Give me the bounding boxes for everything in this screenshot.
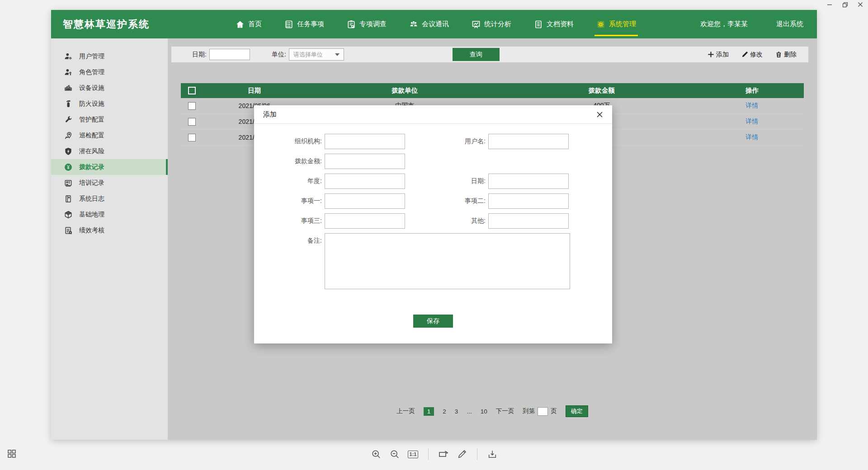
page-3-button[interactable]: 3 <box>455 408 458 415</box>
nav-label: 首页 <box>248 20 262 28</box>
tasks-icon <box>284 20 293 29</box>
goto-page: 到第 页 <box>523 407 557 416</box>
row-checkbox[interactable] <box>188 118 196 126</box>
goto-confirm-button[interactable]: 确定 <box>566 405 588 417</box>
sidebar-item-performance[interactable]: 绩效考核 <box>51 222 168 238</box>
nav-label: 系统管理 <box>609 20 636 28</box>
item3-input[interactable] <box>325 213 405 229</box>
sidebar-item-devices[interactable]: 设备设施 <box>51 80 168 96</box>
date-filter-input[interactable] <box>209 49 250 60</box>
date-label: 日期: <box>405 177 488 185</box>
modal-body: 组织机构: 用户名: 拨款金额: 年度: 日期: 事项一: <box>254 124 612 328</box>
one-to-one-label: 1:1 <box>408 451 419 458</box>
nav-label: 专项调查 <box>359 20 387 28</box>
cube-icon <box>64 210 73 219</box>
close-icon[interactable] <box>857 1 863 8</box>
item2-label: 事项二: <box>405 197 488 205</box>
chevron-down-icon <box>335 53 340 56</box>
sidebar-label: 角色管理 <box>79 68 104 76</box>
date-input[interactable] <box>488 174 569 189</box>
nav-label: 统计分析 <box>484 20 511 28</box>
sidebar-item-training[interactable]: 培训记录 <box>51 175 168 191</box>
nav-item-home[interactable]: 首页 <box>236 10 262 38</box>
page-10-button[interactable]: 10 <box>481 408 487 415</box>
item2-input[interactable] <box>488 193 569 209</box>
detail-link[interactable]: 详情 <box>700 102 804 110</box>
plus-icon <box>708 51 714 58</box>
query-button[interactable]: 查询 <box>453 48 500 61</box>
col-header-amount: 拨款金额 <box>503 86 700 95</box>
sidebar-item-logs[interactable]: 系统日志 <box>51 191 168 207</box>
app-window: 智慧林草巡护系统 首页 任务事项 专项调查 会议通讯 统计分析 <box>51 10 817 440</box>
nav-item-meeting[interactable]: 会议通讯 <box>409 10 449 38</box>
note-textarea[interactable] <box>325 233 570 289</box>
zoom-out-icon[interactable] <box>389 449 400 460</box>
minimize-icon[interactable] <box>826 1 833 8</box>
logout-button[interactable]: 退出系统 <box>773 20 803 28</box>
item1-label: 事项一: <box>254 197 325 205</box>
nav-item-stats[interactable]: 统计分析 <box>472 10 511 38</box>
other-input[interactable] <box>488 213 569 229</box>
sidebar-item-inspection[interactable]: 巡检配置 <box>51 127 168 143</box>
window-controls <box>826 1 863 8</box>
unit-select[interactable]: 请选择单位 <box>289 48 344 61</box>
year-input[interactable] <box>325 174 405 189</box>
docs-icon <box>534 20 543 29</box>
welcome-user[interactable]: 欢迎您，李某某 <box>697 20 748 28</box>
rotate-window-icon[interactable] <box>438 449 449 460</box>
next-page-button[interactable]: 下一页 <box>496 407 514 415</box>
nav-item-tasks[interactable]: 任务事项 <box>284 10 324 38</box>
save-button[interactable]: 保存 <box>413 315 453 328</box>
sidebar-item-roles[interactable]: 角色管理 <box>51 64 168 80</box>
nav-label: 文档资料 <box>547 20 574 28</box>
amount-input[interactable] <box>325 154 405 169</box>
actual-size-icon[interactable]: 1:1 <box>408 449 419 460</box>
add-modal: 添加 组织机构: 用户名: 拨款金额: 年度: <box>254 105 612 343</box>
select-all-checkbox[interactable] <box>188 87 196 94</box>
modal-close-icon[interactable] <box>596 111 603 118</box>
toolbar-divider <box>477 448 477 460</box>
home-icon <box>236 20 245 29</box>
sidebar-item-maintenance[interactable]: 管护配置 <box>51 112 168 127</box>
date-filter-label: 日期: <box>192 51 207 59</box>
detail-link[interactable]: 详情 <box>700 133 804 141</box>
survey-icon <box>347 20 356 29</box>
sidebar-label: 潜在风险 <box>79 147 104 155</box>
sidebar-item-users[interactable]: 用户管理 <box>51 48 168 64</box>
sidebar-label: 设备设施 <box>79 84 104 92</box>
form-row: 事项一: 事项二: <box>254 193 612 209</box>
username-input[interactable] <box>488 134 569 149</box>
prev-page-button[interactable]: 上一页 <box>396 407 415 415</box>
row-checkbox[interactable] <box>188 102 196 110</box>
delete-button[interactable]: 删除 <box>775 51 797 59</box>
download-icon[interactable] <box>487 449 498 460</box>
edit-button[interactable]: 修改 <box>741 51 763 59</box>
form-row: 年度: 日期: <box>254 174 612 189</box>
sidebar-item-fire[interactable]: 防火设施 <box>51 96 168 112</box>
page-1-button[interactable]: 1 <box>424 407 434 416</box>
sidebar-item-funding[interactable]: 拨款记录 <box>51 159 168 175</box>
add-button[interactable]: 添加 <box>708 51 729 59</box>
row-checkbox[interactable] <box>188 134 196 141</box>
delete-label: 删除 <box>784 51 797 59</box>
form-row: 组织机构: 用户名: <box>254 134 612 149</box>
header-right: 欢迎您，李某某 退出系统 <box>697 20 803 28</box>
yen-circle-icon <box>64 163 73 172</box>
main-nav: 首页 任务事项 专项调查 会议通讯 统计分析 文档资料 <box>236 10 636 38</box>
page-2-button[interactable]: 2 <box>443 408 446 415</box>
item1-input[interactable] <box>325 193 405 209</box>
nav-item-system[interactable]: 系统管理 <box>596 10 636 38</box>
sidebar-label: 拨款记录 <box>79 163 104 171</box>
goto-page-input[interactable] <box>538 407 548 416</box>
annotate-pencil-icon[interactable] <box>457 449 467 460</box>
detail-link[interactable]: 详情 <box>700 118 804 126</box>
sidebar-item-risk[interactable]: 潜在风险 <box>51 143 168 159</box>
nav-item-survey[interactable]: 专项调查 <box>347 10 387 38</box>
sidebar-item-geo[interactable]: 基础地理 <box>51 207 168 222</box>
org-input[interactable] <box>325 134 405 149</box>
zoom-in-icon[interactable] <box>371 449 382 460</box>
nav-item-docs[interactable]: 文档资料 <box>534 10 574 38</box>
restore-icon[interactable] <box>842 1 848 8</box>
page-unit-label: 页 <box>551 407 557 415</box>
nav-label: 任务事项 <box>297 20 324 28</box>
